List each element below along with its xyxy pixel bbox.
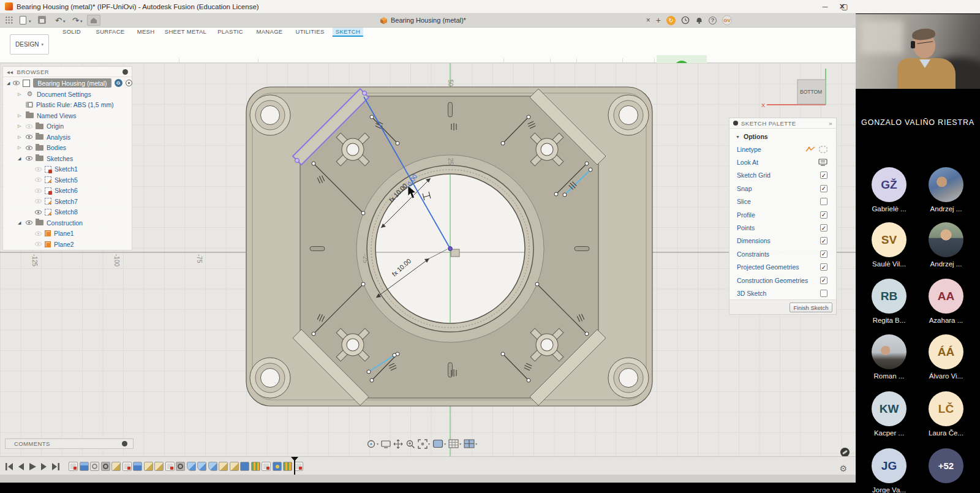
row-label[interactable]: Plane1 bbox=[54, 230, 74, 237]
browser-row[interactable]: Sketch8 bbox=[3, 207, 132, 218]
row-label[interactable]: Origin bbox=[47, 122, 64, 130]
expand-icon[interactable]: ▷ bbox=[18, 145, 23, 150]
points-checkbox[interactable]: ✓ bbox=[820, 224, 827, 231]
browser-row[interactable]: ◢Construction bbox=[3, 217, 132, 228]
clock-icon[interactable] bbox=[681, 16, 690, 24]
row-label[interactable]: Sketch8 bbox=[55, 208, 78, 216]
participant-tile[interactable]: RBRegita B... bbox=[861, 279, 918, 324]
timeline-feature-extrude-icon[interactable] bbox=[133, 462, 142, 471]
timeline-feature-sketch-icon[interactable] bbox=[123, 462, 132, 471]
eye-icon[interactable] bbox=[35, 199, 42, 203]
app-grid-icon[interactable] bbox=[5, 16, 13, 24]
timeline-feature-thread-icon[interactable] bbox=[251, 462, 260, 471]
timeline-feature-chamfer-icon[interactable] bbox=[230, 462, 239, 471]
close-button[interactable]: ✕ bbox=[833, 0, 851, 13]
timeline-feature-pattern-dark-icon[interactable] bbox=[176, 462, 185, 471]
browser-row-root[interactable]: ◢ Bearing Housing (metal) G bbox=[3, 77, 132, 89]
undo-icon[interactable]: ↶ bbox=[55, 16, 62, 25]
eye-icon[interactable] bbox=[35, 189, 42, 193]
browser-row[interactable]: ◢Sketches bbox=[3, 153, 132, 164]
slice-checkbox[interactable] bbox=[820, 198, 827, 205]
viewports-icon[interactable]: ▾ bbox=[464, 439, 477, 448]
collaboration-icon[interactable] bbox=[840, 448, 850, 456]
tab-sheet-metal[interactable]: SHEET METAL bbox=[162, 28, 209, 36]
viewport-canvas[interactable]: fx 10.00 10.00 fx 10.00 bbox=[0, 63, 856, 456]
eye-icon[interactable] bbox=[26, 156, 32, 160]
ground-icon[interactable]: G bbox=[115, 79, 123, 87]
eye-icon[interactable] bbox=[35, 242, 42, 246]
browser-menu-icon[interactable] bbox=[123, 69, 128, 75]
timeline-feature-chamfer-icon[interactable] bbox=[219, 462, 228, 471]
activate-radio-icon[interactable] bbox=[126, 80, 132, 86]
viewcube[interactable]: X BOTTOM bbox=[761, 69, 826, 108]
browser-row[interactable]: Sketch7 bbox=[3, 196, 132, 207]
participant-tile[interactable]: ÁÁÁlvaro Vi... bbox=[918, 334, 974, 380]
expand-icon[interactable]: ◢ bbox=[7, 81, 10, 86]
eye-icon[interactable] bbox=[26, 124, 32, 129]
timeline-feature-extrude-icon[interactable] bbox=[80, 462, 89, 471]
timeline-feature-sketch-icon[interactable] bbox=[262, 462, 271, 471]
play-icon[interactable] bbox=[28, 462, 37, 471]
row-label[interactable]: Sketches bbox=[47, 155, 73, 162]
participant-tile[interactable]: Andrzej ... bbox=[918, 222, 974, 268]
browser-row[interactable]: Sketch1 bbox=[3, 164, 132, 175]
notifications-bell-icon[interactable] bbox=[695, 16, 703, 24]
tab-manage[interactable]: MANAGE bbox=[254, 28, 286, 36]
timeline-feature-fillet-icon[interactable] bbox=[197, 462, 206, 471]
minimize-button[interactable]: ─ bbox=[816, 0, 834, 13]
dimensions-checkbox[interactable]: ✓ bbox=[820, 237, 827, 244]
tab-solid[interactable]: SOLID bbox=[59, 28, 84, 36]
skip-to-start-icon[interactable] bbox=[5, 462, 13, 471]
eye-icon[interactable] bbox=[26, 146, 32, 150]
palette-dock-icon[interactable]: » bbox=[829, 120, 832, 127]
browser-collapse-icon[interactable]: ◂◂ bbox=[7, 69, 13, 75]
participant-tile[interactable]: +52 bbox=[918, 448, 974, 483]
tab-sketch[interactable]: SKETCH bbox=[333, 28, 363, 37]
eye-icon[interactable] bbox=[35, 178, 42, 182]
file-icon[interactable] bbox=[20, 16, 26, 24]
linetype-spline-icon[interactable] bbox=[805, 146, 815, 153]
design-dropdown[interactable]: DESIGN bbox=[10, 34, 49, 55]
document-tab[interactable]: Bearing Housing (metal)* bbox=[380, 13, 466, 27]
eye-icon[interactable] bbox=[35, 210, 42, 214]
expand-icon[interactable]: ▷ bbox=[18, 113, 23, 118]
job-status-icon[interactable]: ↻ bbox=[666, 16, 676, 25]
save-icon[interactable] bbox=[38, 16, 46, 24]
new-tab-icon[interactable]: + bbox=[656, 15, 661, 25]
home-icon[interactable] bbox=[87, 15, 100, 26]
eye-icon[interactable] bbox=[13, 81, 20, 85]
timeline-feature-sketch-icon[interactable] bbox=[69, 462, 78, 471]
row-label[interactable]: Sketch7 bbox=[55, 198, 78, 205]
timeline-feature-hole-icon[interactable] bbox=[273, 462, 282, 471]
orbit-icon[interactable]: ▾ bbox=[366, 439, 379, 449]
participant-tile[interactable]: JGJorge Va... bbox=[861, 448, 918, 493]
row-label[interactable]: Bodies bbox=[47, 144, 66, 151]
row-label[interactable]: Sketch6 bbox=[55, 187, 78, 194]
root-component-label[interactable]: Bearing Housing (metal) bbox=[33, 78, 111, 88]
redo-icon[interactable]: ↷ bbox=[72, 16, 79, 25]
timeline-playhead[interactable] bbox=[294, 459, 295, 475]
participant-tile[interactable]: SVSaulė Vil... bbox=[861, 222, 918, 268]
participant-tile[interactable]: AAAzahara ... bbox=[918, 279, 974, 324]
eye-icon[interactable] bbox=[35, 231, 42, 236]
timeline-feature-fillet-icon[interactable] bbox=[187, 462, 196, 471]
row-label[interactable]: Plane2 bbox=[54, 241, 74, 248]
expand-icon[interactable]: ▷ bbox=[18, 92, 23, 97]
browser-row[interactable]: ▷Origin bbox=[3, 121, 132, 132]
browser-row[interactable]: Plane2 bbox=[3, 239, 132, 250]
row-label[interactable]: Named Views bbox=[37, 112, 77, 119]
pan-icon[interactable] bbox=[393, 439, 403, 449]
timeline-feature-chamfer-icon[interactable] bbox=[111, 462, 121, 471]
finish-sketch-palette-button[interactable]: Finish Sketch bbox=[790, 303, 832, 312]
browser-row[interactable]: Plane1 bbox=[3, 228, 132, 239]
tab-mesh[interactable]: MESH bbox=[134, 28, 158, 36]
expand-icon[interactable]: ▷ bbox=[18, 124, 23, 129]
sketch-grid-checkbox[interactable]: ✓ bbox=[820, 171, 827, 179]
comments-menu-icon[interactable] bbox=[122, 441, 127, 446]
grid-settings-icon[interactable]: ▾ bbox=[448, 439, 461, 448]
look-at-icon[interactable] bbox=[818, 159, 827, 167]
participant-tile[interactable]: Andrzej ... bbox=[918, 167, 974, 213]
eye-icon[interactable] bbox=[35, 167, 42, 171]
tab-utilities[interactable]: UTILITIES bbox=[292, 28, 327, 36]
participant-tile[interactable]: GŽGabrielė ... bbox=[861, 167, 918, 213]
